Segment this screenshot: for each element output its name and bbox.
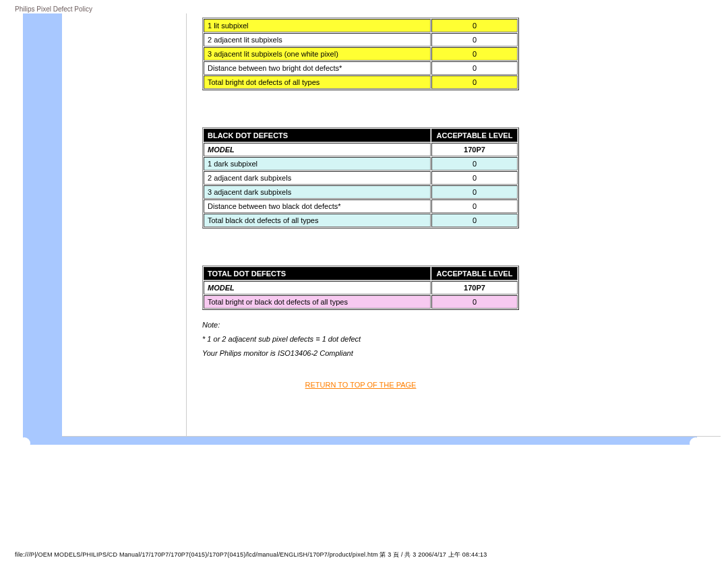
defect-label: 3 adjacent lit subpixels (one white pixe… bbox=[204, 47, 431, 61]
note-line: Your Philips monitor is ISO13406-2 Compl… bbox=[202, 346, 553, 361]
table-row: Total black dot defects of all types 0 bbox=[204, 214, 518, 227]
header-right: ACCEPTABLE LEVEL bbox=[431, 129, 518, 142]
table-row: 3 adjacent lit subpixels (one white pixe… bbox=[204, 47, 518, 61]
defect-value: 0 bbox=[431, 19, 518, 32]
table-row: 1 dark subpixel 0 bbox=[204, 157, 518, 170]
table-row: 3 adjacent dark subpixels 0 bbox=[204, 185, 518, 199]
model-value: 170P7 bbox=[431, 143, 518, 156]
defect-label: 2 adjacent dark subpixels bbox=[204, 171, 431, 185]
table-row: Total bright or black dot defects of all… bbox=[204, 295, 518, 309]
footer-path: file:///P|/OEM MODELS/PHILIPS/CD Manual/… bbox=[15, 551, 487, 559]
defect-label: Total bright dot defects of all types bbox=[204, 75, 431, 89]
black-dot-table: BLACK DOT DEFECTS ACCEPTABLE LEVEL MODEL… bbox=[202, 127, 519, 228]
defect-label: 3 adjacent dark subpixels bbox=[204, 185, 431, 199]
model-value: 170P7 bbox=[431, 281, 518, 294]
defect-label: 1 lit subpixel bbox=[204, 19, 431, 32]
defect-value: 0 bbox=[431, 61, 518, 75]
model-label: MODEL bbox=[204, 281, 431, 294]
content-panel: 1 lit subpixel 0 2 adjacent lit subpixel… bbox=[62, 13, 721, 437]
header-left: BLACK DOT DEFECTS bbox=[204, 129, 431, 142]
defect-label: 2 adjacent lit subpixels bbox=[204, 33, 431, 46]
defect-label: Distance between two bright dot defects* bbox=[204, 61, 431, 75]
defect-value: 0 bbox=[431, 75, 518, 89]
divider bbox=[62, 436, 721, 437]
table-row: Distance between two bright dot defects*… bbox=[204, 61, 518, 75]
defect-label: Total black dot defects of all types bbox=[204, 214, 431, 227]
notes-block: Note: * 1 or 2 adjacent sub pixel defect… bbox=[202, 318, 553, 361]
model-row: MODEL 170P7 bbox=[204, 143, 518, 156]
note-line: * 1 or 2 adjacent sub pixel defects = 1 … bbox=[202, 332, 553, 346]
return-to-top-link[interactable]: RETURN TO TOP OF THE PAGE bbox=[202, 381, 519, 389]
header-right: ACCEPTABLE LEVEL bbox=[431, 267, 518, 280]
total-dot-table: TOTAL DOT DEFECTS ACCEPTABLE LEVEL MODEL… bbox=[202, 266, 519, 310]
note-line: Note: bbox=[202, 318, 553, 332]
defect-value: 0 bbox=[431, 47, 518, 61]
defect-value: 0 bbox=[431, 214, 518, 227]
main-content: 1 lit subpixel 0 2 adjacent lit subpixel… bbox=[202, 13, 553, 389]
defect-label: Total bright or black dot defects of all… bbox=[204, 295, 431, 309]
defect-label: Distance between two black dot defects* bbox=[204, 199, 431, 213]
table-row: Distance between two black dot defects* … bbox=[204, 199, 518, 213]
header-left: TOTAL DOT DEFECTS bbox=[204, 267, 431, 280]
defect-value: 0 bbox=[431, 185, 518, 199]
table-row: Total bright dot defects of all types 0 bbox=[204, 75, 518, 89]
model-row: MODEL 170P7 bbox=[204, 281, 518, 294]
defect-value: 0 bbox=[431, 33, 518, 46]
table-header: BLACK DOT DEFECTS ACCEPTABLE LEVEL bbox=[204, 129, 518, 142]
defect-label: 1 dark subpixel bbox=[204, 157, 431, 170]
defect-value: 0 bbox=[431, 171, 518, 185]
defect-value: 0 bbox=[431, 295, 518, 309]
table-row: 2 adjacent lit subpixels 0 bbox=[204, 33, 518, 46]
page-background: 1 lit subpixel 0 2 adjacent lit subpixel… bbox=[23, 13, 697, 445]
defect-value: 0 bbox=[431, 157, 518, 170]
table-row: 1 lit subpixel 0 bbox=[204, 19, 518, 32]
model-label: MODEL bbox=[204, 143, 431, 156]
table-header: TOTAL DOT DEFECTS ACCEPTABLE LEVEL bbox=[204, 267, 518, 280]
sidebar bbox=[62, 13, 187, 437]
page-title: Philips Pixel Defect Policy bbox=[15, 5, 92, 13]
corner-rounding bbox=[690, 437, 702, 449]
table-row: 2 adjacent dark subpixels 0 bbox=[204, 171, 518, 185]
bright-dot-table: 1 lit subpixel 0 2 adjacent lit subpixel… bbox=[202, 18, 519, 90]
corner-rounding bbox=[18, 437, 30, 449]
defect-value: 0 bbox=[431, 199, 518, 213]
